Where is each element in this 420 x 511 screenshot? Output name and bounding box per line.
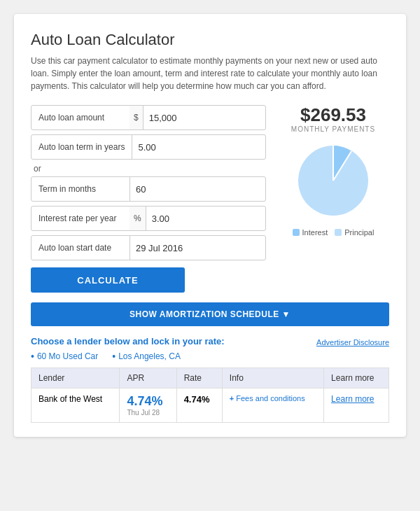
term-months-label: Term in months <box>31 184 130 194</box>
calculator-card: Auto Loan Calculator Use this car paymen… <box>14 14 406 437</box>
or-text: or <box>34 164 266 174</box>
monthly-label: MONTHLY PAYMENTS <box>291 125 375 133</box>
main-layout: Auto loan amount $ Auto loan term in yea… <box>31 105 389 293</box>
col-rate: Rate <box>176 368 222 388</box>
loan-amount-input[interactable] <box>144 106 266 130</box>
lender-section-title: Choose a lender below and lock in your r… <box>31 336 225 346</box>
filter-car-type[interactable]: • 60 Mo Used Car <box>31 351 98 362</box>
advertiser-disclosure-link[interactable]: Advertiser Disclosure <box>316 338 389 346</box>
loan-amount-row: Auto loan amount $ <box>31 105 266 130</box>
page-description: Use this car payment calculator to estim… <box>31 55 389 92</box>
col-apr: APR <box>120 368 176 388</box>
fees-and-conditions-link[interactable]: + Fees and conditions <box>230 394 316 402</box>
chart-section: $269.53 MONTHLY PAYMENTS Interest <box>277 105 389 293</box>
start-date-input[interactable] <box>130 236 265 260</box>
fees-link-label: Fees and conditions <box>236 394 304 402</box>
term-months-input[interactable] <box>130 177 265 201</box>
lender-apr-date: Thu Jul 28 <box>127 409 169 416</box>
term-months-row: Term in months <box>31 176 266 202</box>
calculate-button[interactable]: CALCULATE <box>31 267 185 293</box>
lenders-section: Choose a lender below and lock in your r… <box>31 336 389 423</box>
lender-name-cell: Bank of the West <box>31 388 120 423</box>
lender-apr-cell: 4.74% Thu Jul 28 <box>120 388 176 423</box>
amortization-schedule-button[interactable]: SHOW AMORTIZATION SCHEDULE ▼ <box>31 302 389 326</box>
form-section: Auto loan amount $ Auto loan term in yea… <box>31 105 266 293</box>
dollar-prefix: $ <box>130 106 144 130</box>
interest-legend-item: Interest <box>293 228 328 237</box>
monthly-amount: $269.53 <box>300 105 366 125</box>
col-lender: Lender <box>31 368 120 388</box>
principal-legend-item: Principal <box>335 228 374 237</box>
lender-name: Bank of the West <box>38 394 102 404</box>
pie-chart <box>291 139 375 223</box>
loan-term-years-row: Auto loan term in years <box>31 134 266 160</box>
lender-table: Lender APR Rate Info Learn more Bank of … <box>31 368 389 423</box>
principal-legend-label: Principal <box>344 228 374 237</box>
loan-term-years-input[interactable] <box>132 135 265 159</box>
start-date-label: Auto loan start date <box>31 243 130 253</box>
interest-legend-label: Interest <box>302 228 328 237</box>
filter-location[interactable]: • Los Angeles, CA <box>112 351 181 362</box>
interest-rate-label: Interest rate per year <box>31 214 130 223</box>
percent-prefix: % <box>130 206 146 230</box>
lender-rate-value: 4.74% <box>184 394 210 405</box>
lender-header-row: Choose a lender below and lock in your r… <box>31 336 389 346</box>
principal-legend-dot <box>335 229 342 236</box>
lender-learn-more-cell: Learn more <box>324 388 389 423</box>
lender-rate-cell: 4.74% <box>176 388 222 423</box>
learn-more-link[interactable]: Learn more <box>331 394 374 404</box>
start-date-row: Auto loan start date <box>31 235 266 260</box>
filter-bullet-2: • <box>112 351 115 362</box>
lender-filters: • 60 Mo Used Car • Los Angeles, CA <box>31 351 389 362</box>
table-header-row: Lender APR Rate Info Learn more <box>31 368 389 388</box>
filter-location-label: Los Angeles, CA <box>118 351 181 361</box>
page-title: Auto Loan Calculator <box>31 31 389 49</box>
fees-plus-icon: + <box>230 394 234 402</box>
loan-amount-label: Auto loan amount <box>31 113 130 122</box>
table-row: Bank of the West 4.74% Thu Jul 28 4.74% … <box>31 388 389 423</box>
col-learn-more: Learn more <box>324 368 389 388</box>
filter-bullet-1: • <box>31 351 34 362</box>
interest-rate-input[interactable] <box>146 206 266 230</box>
interest-rate-row: Interest rate per year % TODAY'S RATES <box>31 206 266 231</box>
lender-apr-value: 4.74% <box>127 394 169 409</box>
pie-legend: Interest Principal <box>293 228 374 237</box>
col-info: Info <box>222 368 323 388</box>
interest-legend-dot <box>293 229 300 236</box>
loan-term-years-label: Auto loan term in years <box>31 142 132 152</box>
filter-car-type-label: 60 Mo Used Car <box>37 351 98 361</box>
lender-info-cell: + Fees and conditions <box>222 388 323 423</box>
